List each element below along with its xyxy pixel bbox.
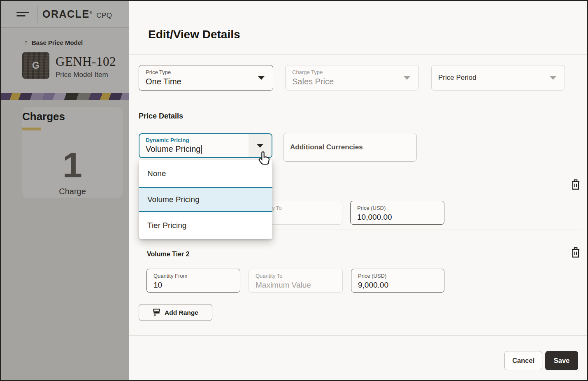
delete-tier1-button[interactable] bbox=[570, 179, 581, 190]
dynamic-pricing-value: Volume Pricing bbox=[146, 144, 202, 154]
add-row-icon bbox=[153, 308, 160, 317]
menu-option-volume-pricing[interactable]: Volume Pricing bbox=[139, 187, 272, 212]
cancel-button[interactable]: Cancel bbox=[504, 351, 542, 370]
panel-title: Edit/View Details bbox=[148, 28, 240, 41]
tier1-price-value: 10,000.00 bbox=[357, 213, 437, 222]
chevron-down-icon bbox=[550, 76, 556, 80]
footer-divider bbox=[129, 335, 588, 336]
dynamic-pricing-combobox[interactable]: Dynamic Pricing Volume Pricing bbox=[139, 133, 272, 158]
chevron-down-icon bbox=[258, 76, 265, 80]
add-range-button[interactable]: Add Range bbox=[139, 304, 212, 321]
tier1-price-label: Price (USD) bbox=[357, 205, 437, 212]
chevron-down-icon bbox=[257, 144, 263, 148]
charge-type-label: Charge Type bbox=[292, 69, 412, 76]
charge-type-value: Sales Price bbox=[292, 77, 412, 86]
tier2-quantity-to-placeholder: Maximum Value bbox=[256, 281, 336, 290]
panel-header-divider bbox=[129, 54, 588, 55]
price-period-select[interactable]: Price Period bbox=[431, 65, 565, 91]
pointer-hand-cursor bbox=[258, 151, 271, 166]
additional-currencies-button[interactable]: Additional Currencies bbox=[283, 133, 417, 162]
price-type-select[interactable]: Price Type One Time bbox=[139, 65, 273, 91]
price-type-label: Price Type bbox=[146, 69, 266, 76]
tier2-quantity-to-field: Quantity To Maximum Value bbox=[249, 269, 343, 293]
delete-tier2-button[interactable] bbox=[570, 247, 581, 258]
tier2-heading: Volume Tier 2 bbox=[147, 251, 189, 258]
tier2-price-label: Price (USD) bbox=[358, 273, 437, 280]
price-details-heading: Price Details bbox=[139, 112, 183, 121]
save-button[interactable]: Save bbox=[545, 351, 578, 370]
dynamic-pricing-label: Dynamic Pricing bbox=[146, 137, 189, 143]
menu-option-tier-pricing[interactable]: Tier Pricing bbox=[139, 212, 272, 239]
charge-type-select: Charge Type Sales Price bbox=[285, 65, 419, 91]
tier1-price-field[interactable]: Price (USD) 10,000.00 bbox=[350, 201, 444, 225]
left-app-region: ORACLE ® CPQ ↑ Base Price Model G GENH-1… bbox=[1, 1, 129, 381]
dynamic-pricing-menu: None Volume Pricing Tier Pricing bbox=[139, 160, 272, 239]
app-window: ORACLE ® CPQ ↑ Base Price Model G GENH-1… bbox=[0, 0, 588, 381]
menu-option-none[interactable]: None bbox=[139, 160, 272, 187]
additional-currencies-label: Additional Currencies bbox=[290, 143, 363, 151]
modal-scrim[interactable] bbox=[1, 1, 129, 381]
tier2-quantity-to-label: Quantity To bbox=[256, 273, 336, 280]
edit-view-details-panel: Edit/View Details Price Type One Time Ch… bbox=[129, 1, 588, 381]
chevron-down-icon bbox=[404, 76, 410, 80]
text-cursor bbox=[201, 145, 202, 154]
tier2-quantity-from-field[interactable]: Quantity From 10 bbox=[146, 269, 240, 293]
add-range-label: Add Range bbox=[165, 309, 198, 316]
tier2-price-value: 9,000.00 bbox=[358, 281, 437, 290]
tier2-price-field[interactable]: Price (USD) 9,000.00 bbox=[351, 269, 444, 293]
tier2-quantity-from-label: Quantity From bbox=[153, 273, 233, 280]
price-period-label: Price Period bbox=[438, 74, 476, 82]
tier2-quantity-from-value: 10 bbox=[153, 281, 233, 290]
price-type-value: One Time bbox=[146, 77, 266, 86]
